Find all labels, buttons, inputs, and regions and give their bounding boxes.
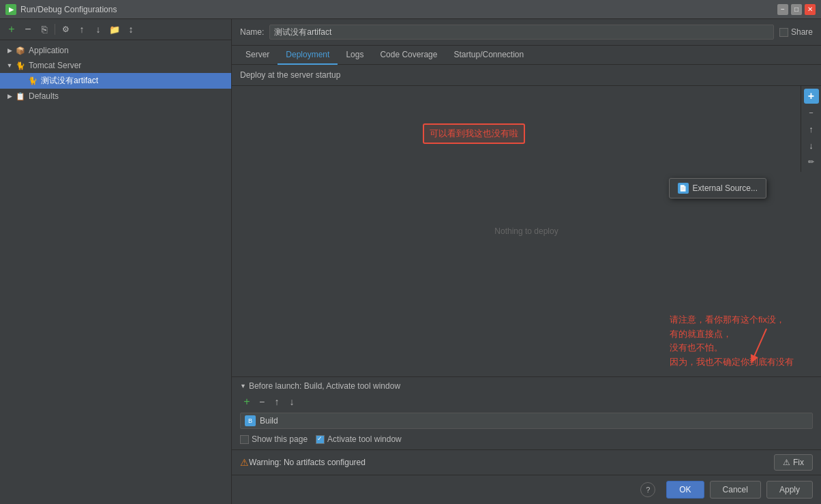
remove-configuration-button[interactable]: − — [20, 22, 35, 37]
nothing-to-deploy-text: Nothing to deploy — [494, 226, 558, 236]
warning-fix-row: ⚠ Warning: No artifacts configured ⚠ Fix — [232, 449, 821, 475]
left-toolbar: + − ⎘ ⚙ ↑ ↓ 📁 ↕ — [0, 19, 231, 40]
settings-button[interactable]: ⚙ — [58, 22, 73, 37]
annotation-text: 请注意，看你那有这个fix没， 有的就直接点， 没有也不怕。 因为，我也不确定你… — [670, 313, 794, 370]
fix-icon: ⚠ — [783, 458, 790, 467]
move-down-button[interactable]: ↓ — [91, 22, 106, 37]
minimize-button[interactable]: − — [777, 4, 788, 15]
warning-icon: ⚠ — [240, 457, 249, 468]
bl-up-button[interactable]: ↑ — [270, 395, 284, 409]
before-launch-section: ▼ Before launch: Build, Activate tool wi… — [232, 376, 821, 449]
deploy-up-button[interactable]: ↑ — [804, 121, 819, 136]
tomcat-icon: 🐈 — [15, 60, 26, 71]
tomcat-label: Tomcat Server — [29, 61, 81, 70]
bl-remove-button[interactable]: − — [255, 395, 269, 409]
configuration-tree: ▶ 📦 Application ▼ 🐈 Tomcat Server 🐈 测试没有… — [0, 40, 231, 504]
name-field-label: Name: — [240, 27, 264, 37]
copy-configuration-button[interactable]: ⎘ — [37, 22, 52, 37]
title-bar: ▶ Run/Debug Configurations − □ ✕ — [0, 0, 821, 19]
bl-add-button[interactable]: + — [240, 395, 254, 409]
window-controls: − □ ✕ — [777, 4, 816, 15]
activate-tool-window-checkbox-item[interactable]: Activate tool window — [316, 434, 402, 444]
cancel-button[interactable]: Cancel — [710, 481, 761, 499]
deploy-down-button[interactable]: ↓ — [804, 138, 819, 153]
ok-button[interactable]: OK — [666, 481, 704, 499]
artifact-icon: 🐈 — [27, 76, 38, 87]
arrow-tomcat: ▼ — [5, 61, 14, 70]
deploy-header: Deploy at the server startup — [232, 65, 821, 86]
tabs-row: Server Deployment Logs Code Coverage Sta… — [232, 46, 821, 65]
main-container: + − ⎘ ⚙ ↑ ↓ 📁 ↕ ▶ 📦 Application ▼ 🐈 Tomc… — [0, 19, 821, 504]
arrow-application: ▶ — [5, 46, 14, 55]
application-label: Application — [29, 46, 69, 55]
tab-code-coverage[interactable]: Code Coverage — [372, 46, 445, 65]
show-page-row: Show this page Activate tool window — [240, 433, 813, 445]
content-area: Deploy at the server startup Nothing to … — [232, 65, 821, 504]
window-title: Run/Debug Configurations — [20, 5, 117, 14]
activate-tool-window-checkbox[interactable] — [316, 435, 325, 444]
application-icon: 📦 — [15, 45, 26, 56]
tab-deployment[interactable]: Deployment — [278, 46, 338, 65]
before-launch-title: Before launch: Build, Activate tool wind… — [249, 381, 400, 391]
fix-button[interactable]: ⚠ Fix — [774, 454, 813, 471]
build-icon: B — [245, 415, 256, 426]
share-label: Share — [791, 27, 813, 37]
activate-tool-window-label: Activate tool window — [327, 434, 402, 444]
fix-label: Fix — [793, 458, 804, 467]
artifact-label: 测试没有artifact — [41, 75, 98, 87]
tab-server[interactable]: Server — [237, 46, 278, 65]
before-launch-header[interactable]: ▼ Before launch: Build, Activate tool wi… — [240, 381, 813, 391]
toolbar-separator-1 — [55, 24, 55, 35]
show-page-checkbox[interactable] — [240, 435, 249, 444]
before-launch-arrow-icon: ▼ — [240, 383, 246, 389]
build-label: Build — [260, 416, 278, 426]
annotation-box: 可以看到我这也没有啦 — [423, 123, 525, 144]
share-checkbox[interactable] — [779, 28, 788, 37]
svg-line-1 — [753, 329, 766, 359]
external-source-label: External Source... — [693, 183, 758, 193]
tree-item-tomcat[interactable]: ▼ 🐈 Tomcat Server — [0, 58, 231, 73]
tree-item-application[interactable]: ▶ 📦 Application — [0, 43, 231, 58]
window-icon: ▶ — [5, 4, 16, 15]
maximize-button[interactable]: □ — [791, 4, 802, 15]
right-panel: Name: Share Server Deployment Logs Code … — [232, 19, 821, 504]
tree-item-defaults[interactable]: ▶ 📋 Defaults — [0, 89, 231, 104]
close-button[interactable]: ✕ — [805, 4, 816, 15]
tab-logs[interactable]: Logs — [338, 46, 372, 65]
help-button[interactable]: ? — [640, 482, 655, 497]
external-source-icon: 📄 — [678, 183, 689, 194]
external-source-button[interactable]: 📄 External Source... — [671, 180, 764, 196]
add-configuration-button[interactable]: + — [4, 22, 19, 37]
deploy-sidebar: + − ↑ ↓ ✏ — [801, 86, 821, 172]
bl-down-button[interactable]: ↓ — [285, 395, 299, 409]
sort-button[interactable]: ↕ — [123, 22, 138, 37]
tree-item-artifact[interactable]: 🐈 测试没有artifact — [0, 73, 231, 89]
deploy-content: Nothing to deploy + − ↑ ↓ ✏ 可以看到我这也没有啦 📄 — [232, 86, 821, 376]
build-item: B Build — [240, 413, 813, 429]
bottom-buttons: ? OK Cancel Apply — [232, 475, 821, 504]
defaults-label: Defaults — [29, 91, 59, 101]
deploy-edit-button[interactable]: ✏ — [804, 154, 819, 169]
show-page-checkbox-item[interactable]: Show this page — [240, 434, 308, 444]
show-page-label: Show this page — [252, 434, 308, 444]
name-input[interactable] — [269, 25, 774, 40]
left-panel: + − ⎘ ⚙ ↑ ↓ 📁 ↕ ▶ 📦 Application ▼ 🐈 Tomc… — [0, 19, 232, 504]
folder-button[interactable]: 📁 — [107, 22, 122, 37]
tab-startup-connection[interactable]: Startup/Connection — [445, 46, 532, 65]
before-launch-toolbar: + − ↑ ↓ — [240, 395, 813, 409]
defaults-icon: 📋 — [15, 91, 26, 102]
share-container: Share — [779, 27, 813, 37]
deploy-remove-button[interactable]: − — [804, 105, 819, 120]
apply-button[interactable]: Apply — [766, 481, 813, 499]
arrow-defaults: ▶ — [5, 92, 14, 100]
move-up-button[interactable]: ↑ — [74, 22, 89, 37]
external-source-popup: 📄 External Source... — [669, 178, 766, 198]
name-row: Name: Share — [232, 19, 821, 46]
warning-text: Warning: No artifacts configured — [249, 458, 365, 467]
red-arrow — [746, 315, 801, 370]
deploy-add-button[interactable]: + — [804, 89, 819, 104]
